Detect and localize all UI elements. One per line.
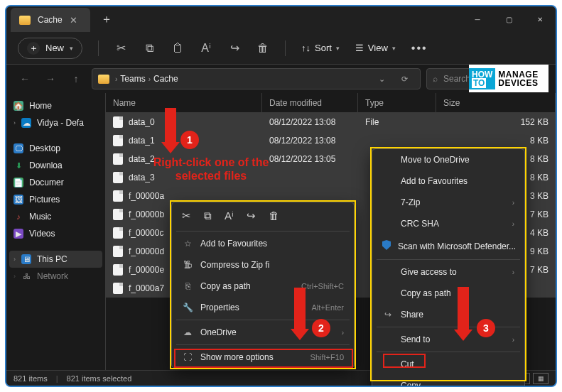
sidebar-onedrive[interactable]: ›☁Vidya - Defa (9, 114, 102, 131)
col-size[interactable]: Size (436, 93, 556, 112)
menu-defender-scan[interactable]: Scan with Microsoft Defender... (372, 234, 524, 258)
file-icon (113, 246, 123, 257)
share-icon[interactable]: ↪ (247, 209, 256, 222)
context-menu-compact: ✂ ⧉ Aⁱ ↪ 🗑︎ ☆Add to Favourites 🗜Compress… (171, 202, 355, 369)
new-tab-button[interactable]: ＋ (96, 8, 117, 31)
watermark: HOWTO MANAGEDEVICES (469, 65, 549, 92)
copy-icon[interactable]: ⧉ (143, 42, 156, 55)
sidebar-downloads[interactable]: ⬇Downloa (9, 157, 102, 174)
sidebar-home[interactable]: 🏠Home (9, 97, 102, 114)
more-button[interactable]: ••• (411, 42, 428, 55)
menu-send-to[interactable]: Send to› (372, 329, 524, 350)
menu-add-favourites[interactable]: Add to Favourites (372, 170, 524, 192)
menu-show-more-options[interactable]: ⛶Show more optionsShift+F10 (172, 347, 354, 368)
file-icon (113, 172, 123, 183)
col-name[interactable]: Name (106, 93, 262, 112)
menu-copy-path[interactable]: ⎘Copy as pathCtrl+Shift+C (172, 276, 354, 297)
rename-icon[interactable]: Aⁱ (225, 209, 234, 222)
new-label: New (45, 43, 64, 53)
annotation-text: Right-click one of theselected files (147, 156, 275, 183)
maximize-button[interactable]: ▢ (493, 6, 524, 32)
menu-copy[interactable]: Copy (372, 375, 524, 387)
back-button[interactable]: ← (15, 69, 35, 89)
cloud-icon: ☁ (182, 327, 193, 337)
sidebar-music[interactable]: ♪Music (9, 208, 102, 225)
copy-icon[interactable]: ⧉ (204, 209, 212, 222)
sidebar-videos[interactable]: ▶Videos (9, 225, 102, 242)
sidebar-documents[interactable]: 📄Documer (9, 174, 102, 191)
col-type[interactable]: Type (358, 93, 436, 112)
menu-share[interactable]: ↪Share (372, 304, 524, 325)
menu-crc-sha[interactable]: CRC SHA› (372, 213, 524, 234)
arrow-1 (161, 108, 180, 153)
minimize-button[interactable]: ─ (462, 6, 493, 32)
wrench-icon: 🔧 (182, 303, 193, 312)
menu-give-access[interactable]: Give access to› (372, 261, 524, 283)
path-icon: ⎘ (182, 281, 193, 291)
zip-icon: 🗜 (182, 260, 193, 270)
view-icon: ☰ (355, 43, 364, 53)
nav-sidebar: 🏠Home ›☁Vidya - Defa 🖵Desktop ⬇Downloa 📄… (6, 93, 106, 370)
sidebar-network[interactable]: ›🖧Network (9, 268, 102, 285)
close-tab-icon[interactable]: ✕ (70, 15, 77, 26)
breadcrumb-item[interactable]: Teams (120, 74, 145, 84)
arrow-2 (291, 288, 309, 340)
file-icon (113, 153, 123, 165)
menu-add-favourites[interactable]: ☆Add to Favourites (172, 233, 354, 254)
step-badge-2: 2 (312, 319, 330, 337)
cut-icon[interactable]: ✂ (182, 209, 191, 222)
file-icon (113, 116, 123, 128)
file-icon (113, 190, 123, 202)
chevron-down-icon[interactable]: ⌄ (372, 75, 391, 84)
step-badge-1: 1 (180, 131, 199, 149)
file-icon (113, 135, 123, 146)
sidebar-desktop[interactable]: 🖵Desktop (9, 140, 102, 157)
refresh-icon[interactable]: ⟳ (394, 75, 414, 84)
menu-copy-path[interactable]: Copy as path (372, 283, 524, 304)
share-icon: ↪ (382, 310, 394, 320)
chevron-down-icon: ▾ (70, 45, 73, 52)
delete-icon[interactable]: 🗑︎ (256, 42, 269, 55)
new-button[interactable]: ＋ New ▾ (18, 38, 82, 59)
file-icon (113, 227, 123, 239)
breadcrumb-item[interactable]: Cache (153, 74, 178, 84)
forward-button: → (40, 69, 60, 89)
star-icon: ☆ (182, 239, 193, 249)
explorer-window: Cache ✕ ＋ ─ ▢ ✕ ＋ New ▾ ✂ ⧉ 📋︎ Aⁱ ↪ 🗑︎ ↑… (5, 5, 557, 387)
menu-cut[interactable]: Cut (372, 354, 524, 375)
chevron-right-icon: › (115, 75, 117, 83)
window-tab[interactable]: Cache ✕ (11, 8, 90, 32)
shield-icon (382, 240, 391, 250)
status-count: 821 items (13, 374, 48, 383)
menu-7zip[interactable]: 7-Zip› (372, 192, 524, 213)
arrow-3 (454, 287, 472, 341)
sidebar-this-pc[interactable]: ›🖥This PC (9, 251, 102, 268)
expand-icon: ⛶ (182, 352, 193, 362)
delete-icon[interactable]: 🗑︎ (269, 209, 279, 222)
close-button[interactable]: ✕ (524, 6, 556, 32)
file-icon (113, 283, 123, 294)
rename-icon[interactable]: Aⁱ (200, 41, 212, 55)
view-button[interactable]: ☰ View ▾ (355, 43, 396, 53)
file-icon (113, 264, 123, 276)
chevron-right-icon: › (342, 329, 344, 337)
menu-move-onedrive[interactable]: Move to OneDrive (372, 149, 524, 170)
menu-compress-zip[interactable]: 🗜Compress to Zip fi (172, 254, 354, 276)
sort-button[interactable]: ↑↓ Sort ▾ (301, 43, 340, 53)
up-button[interactable]: ↑ (66, 69, 86, 89)
menu-properties[interactable]: 🔧PropertiesAlt+Enter (172, 297, 354, 318)
share-icon[interactable]: ↪ (228, 41, 241, 55)
sidebar-pictures[interactable]: 🖼Pictures (9, 191, 102, 208)
file-icon (113, 209, 123, 220)
step-badge-3: 3 (477, 319, 495, 337)
folder-icon (98, 75, 109, 84)
col-date[interactable]: Date modified (262, 93, 358, 112)
paste-icon[interactable]: 📋︎ (171, 42, 184, 55)
cut-icon[interactable]: ✂ (114, 41, 127, 55)
command-bar: ＋ New ▾ ✂ ⧉ 📋︎ Aⁱ ↪ 🗑︎ ↑↓ Sort ▾ ☰ View … (6, 32, 556, 65)
sort-label: Sort (315, 43, 332, 53)
address-bar[interactable]: › Teams › Cache ⌄ ⟳ (92, 68, 421, 89)
sort-icon: ↑↓ (301, 43, 310, 53)
icons-view-button[interactable]: ▦ (533, 373, 549, 384)
view-label: View (368, 43, 388, 53)
